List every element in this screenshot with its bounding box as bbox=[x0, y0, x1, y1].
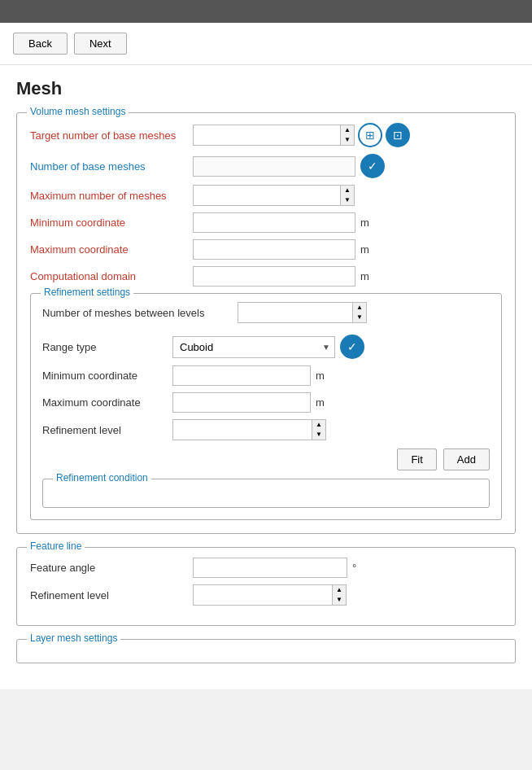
num-meshes-label: Number of meshes between levels bbox=[42, 307, 238, 319]
range-type-label: Range type bbox=[42, 341, 172, 353]
top-bar bbox=[0, 0, 532, 23]
comp-domain-input[interactable]: (29, 55, 0) bbox=[193, 266, 355, 287]
num-base-meshes-input: 11016 bbox=[193, 156, 355, 177]
min-coord-unit: m bbox=[360, 217, 369, 229]
feature-angle-label: Feature angle bbox=[30, 562, 193, 574]
ref-level-spin: 1 ▲ ▼ bbox=[172, 419, 326, 440]
min-coord-input-wrapper: (-5.800000000000001, -11, m bbox=[193, 212, 369, 233]
num-base-meshes-label: Number of base meshes bbox=[30, 160, 193, 173]
target-base-meshes-up[interactable]: ▲ bbox=[341, 125, 354, 135]
back-button[interactable]: Back bbox=[13, 33, 68, 55]
ref-max-coord-input[interactable]: (1, 1, 1) bbox=[172, 392, 311, 413]
feature-angle-input-wrapper: 165 ° bbox=[193, 558, 356, 578]
num-meshes-spin: 3 ▲ ▼ bbox=[238, 302, 367, 323]
range-type-select[interactable]: Cuboid Sphere Cylinder bbox=[172, 336, 335, 358]
num-meshes-input[interactable]: 3 bbox=[238, 304, 352, 322]
range-type-check-icon[interactable]: ✓ bbox=[340, 335, 364, 359]
target-base-meshes-input[interactable]: 10000 bbox=[194, 126, 340, 145]
feature-level-up[interactable]: ▲ bbox=[333, 585, 346, 595]
num-meshes-spinners: ▲ ▼ bbox=[352, 303, 366, 322]
main-content: Mesh Volume mesh settings Target number … bbox=[0, 65, 532, 689]
feature-level-input-wrapper: 1 ▲ ▼ bbox=[193, 584, 347, 606]
add-button[interactable]: Add bbox=[443, 448, 490, 470]
range-type-row: Range type Cuboid Sphere Cylinder ▼ ✓ bbox=[42, 335, 490, 359]
comp-domain-label: Computational domain bbox=[30, 270, 193, 282]
max-meshes-row: Maximum number of meshes 100000000 ▲ ▼ bbox=[30, 185, 502, 206]
max-meshes-down[interactable]: ▼ bbox=[341, 195, 354, 205]
max-coord-label: Maximum coordinate bbox=[30, 243, 193, 256]
page-title: Mesh bbox=[16, 78, 516, 99]
refinement-section: Refinement settings Number of meshes bet… bbox=[30, 293, 502, 520]
ref-max-coord-input-wrapper: (1, 1, 1) m bbox=[172, 392, 325, 413]
max-meshes-label: Maximum number of meshes bbox=[30, 190, 193, 202]
volume-mesh-section: Volume mesh settings Target number of ba… bbox=[16, 112, 516, 534]
toolbar: Back Next bbox=[0, 23, 532, 65]
num-meshes-row: Number of meshes between levels 3 ▲ ▼ bbox=[42, 302, 490, 323]
feature-angle-unit: ° bbox=[352, 562, 356, 574]
feature-angle-row: Feature angle 165 ° bbox=[30, 558, 502, 578]
target-base-meshes-spinners: ▲ ▼ bbox=[340, 125, 354, 145]
ref-min-coord-unit: m bbox=[316, 370, 325, 382]
ref-max-coord-label: Maximum coordinate bbox=[42, 396, 172, 409]
ref-max-coord-unit: m bbox=[316, 396, 325, 409]
target-base-meshes-spin: 10000 ▲ ▼ bbox=[193, 125, 355, 146]
feature-level-label: Refinement level bbox=[30, 589, 193, 602]
ref-max-coord-row: Maximum coordinate (1, 1, 1) m bbox=[42, 392, 490, 413]
num-base-meshes-row: Number of base meshes 11016 ✓ bbox=[30, 154, 502, 178]
action-buttons: Fit Add bbox=[42, 448, 490, 470]
max-meshes-input-wrapper: 100000000 ▲ ▼ bbox=[193, 185, 355, 206]
feature-level-spin: 1 ▲ ▼ bbox=[193, 584, 347, 606]
feature-line-section: Feature line Feature angle 165 ° Refinem… bbox=[16, 547, 516, 626]
min-coord-label: Minimum coordinate bbox=[30, 217, 193, 229]
feature-angle-input[interactable]: 165 bbox=[193, 558, 347, 578]
max-coord-row: Maximum coordinate (63.8, 121, 9.6) m bbox=[30, 239, 502, 260]
range-type-select-wrapper: Cuboid Sphere Cylinder ▼ bbox=[172, 336, 335, 358]
num-meshes-input-wrapper: 3 ▲ ▼ bbox=[238, 302, 367, 323]
max-coord-input-wrapper: (63.8, 121, 9.6) m bbox=[193, 239, 369, 260]
layer-mesh-section: Layer mesh settings bbox=[16, 639, 516, 663]
feature-level-input[interactable]: 1 bbox=[194, 586, 332, 605]
max-meshes-up[interactable]: ▲ bbox=[341, 186, 354, 195]
ref-min-coord-input-wrapper: (0, 0, 0) m bbox=[172, 365, 325, 386]
num-base-meshes-input-wrapper: 11016 ✓ bbox=[193, 154, 385, 178]
comp-domain-row: Computational domain (29, 55, 0) m bbox=[30, 266, 502, 287]
ref-min-coord-row: Minimum coordinate (0, 0, 0) m bbox=[42, 365, 490, 386]
ref-level-down[interactable]: ▼ bbox=[312, 430, 325, 440]
target-base-meshes-input-wrapper: 10000 ▲ ▼ ⊞ ⊡ bbox=[193, 123, 410, 147]
target-base-meshes-icon1[interactable]: ⊞ bbox=[358, 123, 382, 147]
min-coord-input[interactable]: (-5.800000000000001, -11, bbox=[193, 212, 355, 233]
target-base-meshes-row: Target number of base meshes 10000 ▲ ▼ ⊞… bbox=[30, 123, 502, 147]
fit-button[interactable]: Fit bbox=[397, 448, 436, 470]
ref-level-label: Refinement level bbox=[42, 424, 172, 436]
target-base-meshes-icon2[interactable]: ⊡ bbox=[386, 123, 410, 147]
num-base-meshes-check-icon[interactable]: ✓ bbox=[360, 154, 385, 178]
next-button[interactable]: Next bbox=[74, 33, 127, 55]
min-coord-row: Minimum coordinate (-5.800000000000001, … bbox=[30, 212, 502, 233]
condition-box: Refinement condition bbox=[42, 479, 490, 508]
ref-level-input[interactable]: 1 bbox=[173, 421, 312, 440]
ref-level-input-wrapper: 1 ▲ ▼ bbox=[172, 419, 326, 440]
target-base-meshes-down[interactable]: ▼ bbox=[341, 135, 354, 145]
ref-min-coord-label: Minimum coordinate bbox=[42, 370, 172, 382]
num-meshes-down[interactable]: ▼ bbox=[353, 313, 366, 322]
feature-level-row: Refinement level 1 ▲ ▼ bbox=[30, 584, 502, 606]
max-meshes-spinners: ▲ ▼ bbox=[340, 186, 354, 205]
num-meshes-up[interactable]: ▲ bbox=[353, 303, 366, 313]
layer-mesh-label: Layer mesh settings bbox=[27, 632, 120, 644]
ref-level-up[interactable]: ▲ bbox=[312, 420, 325, 430]
comp-domain-unit: m bbox=[360, 270, 369, 282]
feature-level-down[interactable]: ▼ bbox=[333, 595, 346, 605]
max-meshes-spin: 100000000 ▲ ▼ bbox=[193, 185, 355, 206]
ref-min-coord-input[interactable]: (0, 0, 0) bbox=[172, 365, 311, 386]
ref-level-spinners: ▲ ▼ bbox=[312, 420, 325, 440]
volume-mesh-label: Volume mesh settings bbox=[27, 106, 129, 117]
range-type-input-wrapper: Cuboid Sphere Cylinder ▼ ✓ bbox=[172, 335, 364, 359]
condition-label: Refinement condition bbox=[53, 472, 151, 483]
max-coord-unit: m bbox=[360, 243, 369, 256]
ref-level-row: Refinement level 1 ▲ ▼ bbox=[42, 419, 490, 440]
max-coord-input[interactable]: (63.8, 121, 9.6) bbox=[193, 239, 355, 260]
refinement-section-label: Refinement settings bbox=[41, 287, 133, 298]
target-base-meshes-label: Target number of base meshes bbox=[30, 129, 193, 142]
max-meshes-input[interactable]: 100000000 bbox=[194, 186, 340, 205]
comp-domain-input-wrapper: (29, 55, 0) m bbox=[193, 266, 369, 287]
